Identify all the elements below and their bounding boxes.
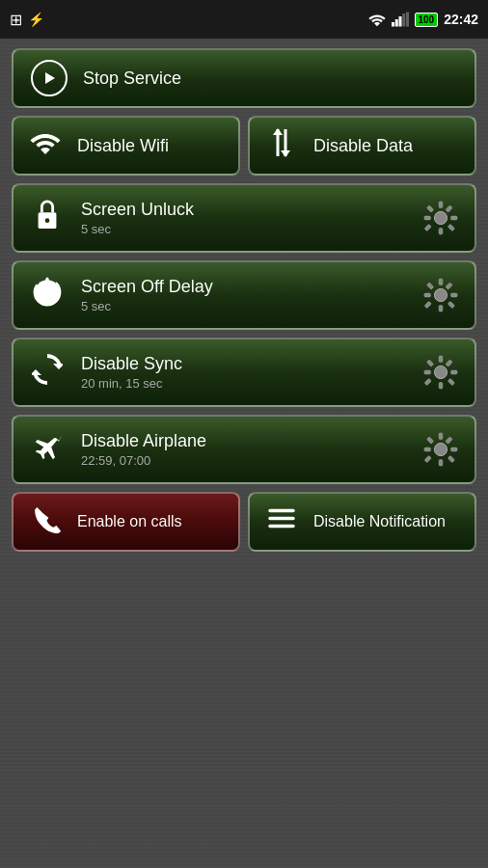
svg-rect-52 [268, 524, 294, 527]
list-icon [263, 503, 300, 541]
svg-rect-15 [424, 216, 431, 220]
svg-rect-42 [439, 433, 443, 440]
svg-point-23 [434, 288, 447, 301]
power-icon [29, 277, 66, 314]
disable-notification-label: Disable Notification [313, 513, 446, 530]
svg-rect-40 [424, 378, 431, 385]
usb-icon: ⚡ [28, 12, 44, 27]
svg-rect-38 [447, 378, 454, 385]
svg-rect-47 [447, 455, 454, 462]
svg-rect-43 [439, 459, 443, 466]
svg-point-12 [434, 211, 447, 224]
disable-data-button[interactable]: Disable Data [248, 116, 476, 176]
disable-sync-button[interactable]: Disable Sync 20 min, 15 sec [12, 338, 476, 407]
svg-rect-46 [426, 437, 433, 444]
airplane-icon [29, 431, 66, 469]
svg-rect-20 [424, 224, 431, 231]
lock-icon [29, 200, 66, 237]
svg-rect-4 [406, 13, 409, 27]
data-arrows-icon [263, 127, 300, 165]
wifi-data-row: Disable Wifi Disable Data [12, 116, 476, 176]
enable-on-calls-label: Enable on calls [77, 513, 182, 530]
screen-unluck-label: Screen Unluck [81, 200, 194, 220]
svg-rect-31 [424, 301, 431, 308]
svg-rect-13 [439, 202, 443, 208]
screen-off-delay-button[interactable]: Screen Off Delay 5 sec [12, 260, 476, 330]
svg-point-11 [45, 218, 50, 223]
svg-rect-37 [426, 360, 433, 366]
svg-rect-3 [402, 14, 405, 27]
signal-icon [392, 12, 409, 27]
disable-sync-label: Disable Sync [81, 354, 182, 374]
status-bar: ⊞ ⚡ 100 22:42 [0, 0, 488, 39]
main-content: Stop Service Disable Wifi [0, 39, 488, 561]
disable-airplane-gear-icon[interactable] [422, 431, 459, 468]
disable-sync-gear-icon[interactable] [422, 354, 459, 391]
svg-rect-45 [450, 448, 457, 451]
disable-airplane-sublabel: 22:59, 07:00 [81, 453, 206, 468]
svg-rect-36 [450, 370, 457, 374]
sync-icon [29, 354, 66, 392]
disable-notification-button[interactable]: Disable Notification [248, 492, 476, 552]
status-left-icons: ⊞ ⚡ [10, 11, 44, 29]
disable-wifi-label: Disable Wifi [77, 136, 169, 156]
svg-rect-30 [446, 283, 452, 289]
phone-icon [27, 503, 64, 541]
svg-rect-27 [450, 293, 457, 297]
svg-rect-25 [439, 305, 443, 312]
svg-rect-51 [268, 516, 294, 519]
svg-rect-29 [447, 301, 454, 308]
svg-rect-34 [439, 382, 443, 389]
svg-rect-28 [426, 283, 433, 289]
screen-unluck-gear-icon[interactable] [422, 200, 459, 236]
svg-rect-14 [439, 228, 443, 234]
svg-rect-33 [439, 356, 443, 363]
stop-service-button[interactable]: Stop Service [12, 48, 476, 108]
app-icon: ⊞ [10, 11, 22, 29]
svg-rect-24 [439, 279, 443, 285]
status-right-icons: 100 22:42 [368, 12, 479, 27]
svg-rect-35 [424, 370, 431, 374]
disable-wifi-button[interactable]: Disable Wifi [12, 116, 240, 176]
screen-off-gear-icon[interactable] [422, 277, 459, 313]
svg-rect-19 [446, 205, 452, 212]
time-display: 22:42 [444, 12, 478, 27]
play-icon [31, 60, 68, 96]
svg-marker-9 [281, 150, 290, 157]
disable-airplane-label: Disable Airplane [81, 431, 206, 451]
svg-rect-2 [398, 16, 401, 27]
screen-off-delay-label: Screen Off Delay [81, 277, 213, 297]
wifi-status-icon [368, 12, 386, 27]
enable-on-calls-button[interactable]: Enable on calls [12, 492, 240, 552]
svg-rect-16 [450, 216, 457, 220]
svg-point-41 [434, 443, 447, 455]
svg-rect-49 [424, 455, 431, 462]
calls-notification-row: Enable on calls Disable Notification [12, 492, 476, 552]
svg-rect-1 [394, 19, 397, 27]
svg-rect-0 [392, 22, 394, 27]
svg-marker-8 [273, 128, 283, 135]
battery-icon: 100 [415, 13, 439, 27]
svg-rect-44 [424, 448, 431, 451]
svg-marker-5 [45, 72, 55, 84]
svg-rect-48 [446, 437, 452, 444]
stop-service-label: Stop Service [83, 68, 181, 89]
screen-unluck-sublabel: 5 sec [81, 222, 194, 236]
svg-rect-39 [446, 360, 452, 366]
svg-rect-50 [268, 508, 294, 511]
disable-airplane-button[interactable]: Disable Airplane 22:59, 07:00 [12, 415, 476, 484]
disable-data-label: Disable Data [313, 136, 413, 156]
wifi-icon [27, 127, 64, 165]
svg-rect-17 [426, 205, 433, 212]
screen-off-delay-sublabel: 5 sec [81, 299, 213, 313]
screen-unluck-button[interactable]: Screen Unluck 5 sec [12, 183, 476, 253]
svg-rect-18 [447, 224, 454, 231]
disable-sync-sublabel: 20 min, 15 sec [81, 376, 182, 391]
svg-rect-26 [424, 293, 431, 297]
svg-point-32 [434, 366, 447, 378]
